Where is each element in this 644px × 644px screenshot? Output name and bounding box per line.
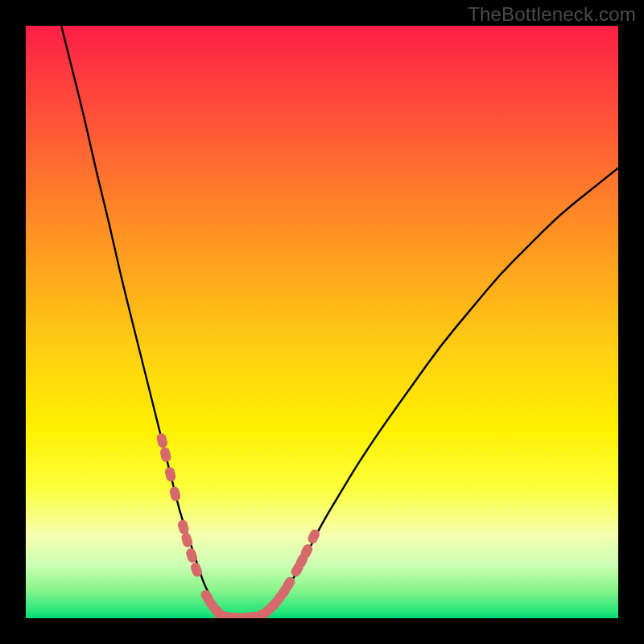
- highlight-dot: [164, 466, 177, 482]
- chart-frame: TheBottleneck.com: [0, 0, 644, 644]
- highlight-dot: [177, 518, 190, 535]
- bottleneck-curve: [61, 26, 618, 618]
- plot-area: [26, 26, 618, 618]
- watermark-text: TheBottleneck.com: [468, 3, 636, 26]
- highlight-dot: [168, 485, 181, 502]
- curve-layer: [26, 26, 618, 618]
- highlight-markers: [155, 432, 321, 618]
- highlight-dot: [155, 432, 168, 448]
- highlight-dot: [159, 447, 172, 463]
